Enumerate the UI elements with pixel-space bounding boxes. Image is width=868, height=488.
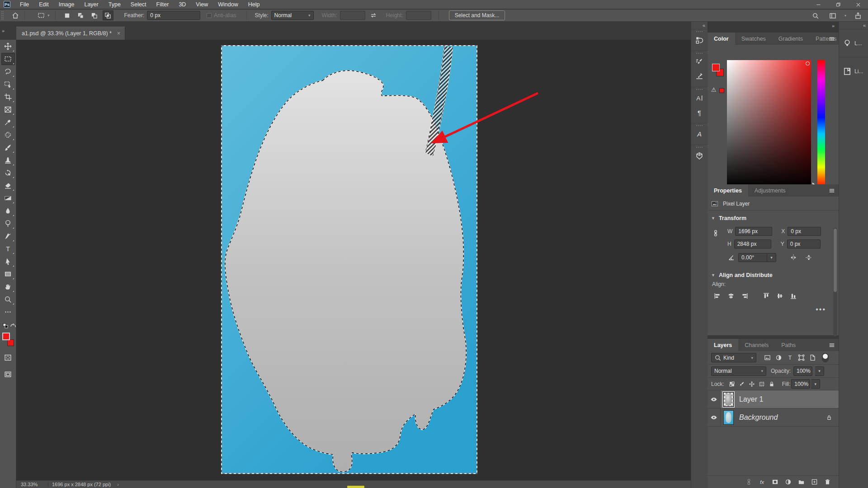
restore-button[interactable] bbox=[828, 0, 848, 9]
align-left-icon[interactable] bbox=[712, 291, 723, 301]
search-icon[interactable] bbox=[810, 11, 821, 21]
new-layer-icon[interactable] bbox=[809, 477, 819, 487]
toolbar-collapse-icon[interactable]: » bbox=[2, 28, 4, 33]
eraser-tool[interactable] bbox=[1, 179, 15, 192]
dock-grip[interactable] bbox=[696, 89, 703, 90]
layers-tab-paths[interactable]: Paths bbox=[775, 339, 802, 351]
fill-dropdown-icon[interactable]: ▾ bbox=[811, 379, 820, 389]
menu-help[interactable]: Help bbox=[243, 0, 265, 9]
style-dropdown[interactable]: Normal▾ bbox=[271, 11, 314, 20]
workspace-chevron-icon[interactable]: ▾ bbox=[844, 14, 846, 18]
menu-view[interactable]: View bbox=[191, 0, 213, 9]
properties-menu-icon[interactable] bbox=[829, 188, 835, 194]
layer-group-icon[interactable] bbox=[796, 477, 806, 487]
gradient-tool[interactable] bbox=[1, 192, 15, 204]
layer-thumbnail[interactable] bbox=[723, 410, 734, 425]
blur-tool[interactable] bbox=[1, 205, 15, 217]
character-panel-icon[interactable]: A bbox=[693, 91, 706, 105]
new-selection-icon[interactable] bbox=[62, 10, 73, 20]
opacity-dropdown-icon[interactable]: ▾ bbox=[815, 366, 824, 376]
hand-tool[interactable] bbox=[1, 281, 15, 293]
feather-input[interactable]: 0 px bbox=[147, 11, 200, 20]
tool-preset-marquee-icon[interactable] bbox=[36, 10, 47, 20]
glyphs-panel-icon[interactable]: A bbox=[693, 127, 706, 141]
flip-horizontal-icon[interactable] bbox=[790, 254, 797, 261]
book-panel-item[interactable]: Li... bbox=[839, 57, 868, 85]
history-panel-icon[interactable] bbox=[693, 33, 706, 47]
color-tab-color[interactable]: Color bbox=[708, 33, 735, 45]
align-hcenter-icon[interactable] bbox=[726, 291, 736, 301]
tab-close-icon[interactable]: × bbox=[117, 30, 120, 37]
align-section-header[interactable]: ▼Align and Distribute bbox=[708, 267, 839, 280]
hue-slider[interactable] bbox=[817, 60, 825, 188]
crop-tool[interactable] bbox=[1, 91, 15, 103]
path-selection-tool[interactable] bbox=[1, 255, 15, 267]
swap-colors-icon[interactable] bbox=[9, 323, 17, 330]
cube-3d-panel-icon[interactable] bbox=[693, 149, 706, 163]
zoom-level[interactable]: 33.33% bbox=[21, 482, 44, 487]
rectangular-marquee-tool[interactable] bbox=[1, 53, 15, 65]
add-selection-icon[interactable] bbox=[75, 10, 86, 20]
filter-toggle[interactable] bbox=[822, 353, 829, 362]
smart-object-filter-icon[interactable] bbox=[807, 353, 818, 363]
properties-tab-adjustments[interactable]: Adjustments bbox=[748, 184, 792, 197]
background-color-swatch[interactable] bbox=[7, 339, 14, 346]
brush-tool[interactable] bbox=[1, 141, 15, 154]
visibility-toggle[interactable] bbox=[708, 390, 721, 408]
color-menu-icon[interactable] bbox=[829, 36, 835, 42]
tool-presets-panel-icon[interactable] bbox=[693, 70, 706, 83]
home-icon[interactable] bbox=[10, 10, 21, 20]
kind-filter-dropdown[interactable]: Kind▾ bbox=[711, 353, 756, 362]
menu-file[interactable]: File bbox=[15, 0, 34, 9]
brush-settings-panel-icon[interactable] bbox=[693, 55, 706, 69]
layer-row[interactable]: Background bbox=[708, 408, 839, 427]
ellipsis-tool[interactable] bbox=[1, 306, 15, 318]
layers-tab-channels[interactable]: Channels bbox=[738, 339, 775, 351]
panels-collapse-icon[interactable]: » bbox=[832, 23, 834, 28]
screen-mode-button[interactable] bbox=[1, 368, 15, 380]
dock-grip[interactable] bbox=[696, 31, 703, 32]
share-icon[interactable] bbox=[853, 11, 863, 21]
rectangle-tool[interactable] bbox=[1, 268, 15, 280]
gamut-swatch[interactable] bbox=[719, 88, 724, 93]
gamut-warning-icon[interactable]: ⚠ bbox=[711, 86, 717, 93]
swap-dimensions-icon[interactable] bbox=[370, 12, 377, 19]
x-value-input[interactable]: 0 px bbox=[788, 227, 821, 236]
clone-stamp-tool[interactable] bbox=[1, 154, 15, 166]
adjustment-filter-icon[interactable] bbox=[773, 353, 784, 363]
spot-healing-tool[interactable] bbox=[1, 129, 15, 141]
color-tab-swatches[interactable]: Swatches bbox=[735, 33, 772, 45]
width-value-input[interactable]: 1696 px bbox=[735, 227, 772, 236]
menu-select[interactable]: Select bbox=[126, 0, 151, 9]
close-button[interactable] bbox=[848, 0, 868, 9]
pen-tool[interactable] bbox=[1, 230, 15, 242]
frame-tool[interactable] bbox=[1, 103, 15, 116]
lock-transparency-icon[interactable] bbox=[727, 379, 737, 389]
height-value-input[interactable]: 2848 px bbox=[734, 239, 771, 249]
status-chevron-icon[interactable]: › bbox=[117, 482, 119, 487]
rotation-input[interactable]: 0.00° bbox=[738, 253, 767, 262]
color-tab-gradients[interactable]: Gradients bbox=[772, 33, 809, 45]
shape-filter-icon[interactable] bbox=[796, 353, 807, 363]
far-dock-collapse-icon[interactable]: « bbox=[839, 22, 868, 29]
layer-thumbnail[interactable] bbox=[723, 392, 734, 407]
align-vcenter-icon[interactable] bbox=[774, 291, 785, 301]
workspace-icon[interactable] bbox=[827, 11, 838, 21]
foreground-color-swatch[interactable] bbox=[2, 333, 10, 340]
type-tool[interactable]: T bbox=[1, 243, 15, 255]
adjustment-layer-icon[interactable] bbox=[783, 477, 793, 487]
rotation-dropdown-icon[interactable]: ▾ bbox=[767, 253, 776, 262]
blend-mode-dropdown[interactable]: Normal▾ bbox=[711, 366, 766, 376]
tool-preset-chevron-icon[interactable]: ▾ bbox=[47, 13, 50, 18]
paragraph-panel-icon[interactable]: ¶ bbox=[693, 106, 706, 119]
color-tab-patterns[interactable]: Patterns bbox=[809, 33, 843, 45]
object-selection-tool[interactable] bbox=[1, 78, 15, 90]
layers-tab-layers[interactable]: Layers bbox=[708, 339, 738, 351]
subtract-selection-icon[interactable] bbox=[89, 10, 100, 20]
layer-row[interactable]: Layer 1 bbox=[708, 390, 839, 408]
menu-filter[interactable]: Filter bbox=[151, 0, 174, 9]
quick-mask-button[interactable] bbox=[1, 352, 15, 364]
y-value-input[interactable]: 0 px bbox=[787, 239, 821, 249]
menu-image[interactable]: Image bbox=[54, 0, 80, 9]
menu-layer[interactable]: Layer bbox=[79, 0, 103, 9]
